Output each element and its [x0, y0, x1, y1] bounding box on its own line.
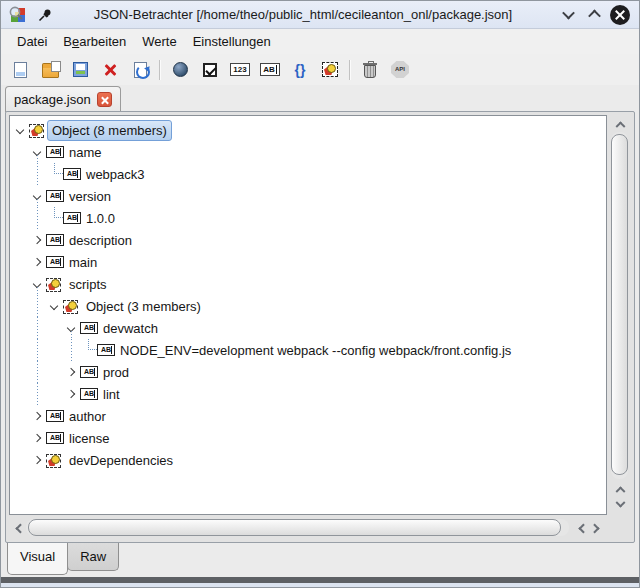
string-icon: AB	[80, 366, 98, 378]
add-string-button[interactable]: AB	[257, 57, 283, 83]
add-member-button[interactable]	[317, 57, 343, 83]
delete-node-button[interactable]	[357, 57, 383, 83]
expand-arrow-icon[interactable]	[33, 412, 41, 420]
tree-row[interactable]: scripts	[10, 273, 606, 295]
collapse-arrow-icon[interactable]	[16, 126, 24, 134]
string-icon: AB	[46, 410, 64, 422]
tree-row[interactable]: ABlicense	[10, 427, 606, 449]
vertical-scrollbar[interactable]	[609, 115, 631, 515]
expand-arrow-icon[interactable]	[33, 456, 41, 464]
close-document-button[interactable]	[97, 57, 123, 83]
number-icon-glyph: 123	[233, 65, 246, 74]
tree-row[interactable]: devDependencies	[10, 449, 606, 471]
tree-node-label[interactable]: devwatch	[98, 318, 163, 339]
save-button[interactable]	[67, 57, 93, 83]
tab-visual[interactable]: Visual	[7, 543, 68, 575]
scroll-down-button[interactable]	[609, 497, 631, 514]
tree-row[interactable]: ABNODE_ENV=development webpack --config …	[10, 339, 606, 361]
tree-guide-line	[37, 199, 38, 207]
collapse-arrow-icon[interactable]	[50, 302, 58, 310]
scroll-left-button[interactable]	[9, 517, 26, 539]
tree-row[interactable]: ABauthor	[10, 405, 606, 427]
tree-row[interactable]: ABmain	[10, 251, 606, 273]
horizontal-scroll-track[interactable]	[26, 519, 569, 536]
tree-node-label[interactable]: license	[64, 428, 114, 449]
menu-item-datei[interactable]: Datei	[9, 31, 55, 52]
tree-guide-line	[37, 295, 38, 317]
string-icon: AB	[80, 388, 98, 400]
object-icon	[46, 454, 61, 468]
tree-node-label[interactable]: name	[64, 142, 107, 163]
tree-node-label[interactable]: author	[64, 406, 111, 427]
menu-item-einstellungen[interactable]: Einstellungen	[185, 31, 279, 52]
tree-node-label[interactable]: 1.0.0	[81, 208, 120, 229]
tree-row[interactable]: AB1.0.0	[10, 207, 606, 229]
tree-node-label[interactable]: devDependencies	[64, 450, 178, 471]
string-icon: AB	[80, 322, 98, 334]
main-panel: Object (8 members)ABnameABwebpack3ABvers…	[5, 111, 635, 543]
add-number-button[interactable]: 123	[227, 57, 253, 83]
tab-close-icon[interactable]	[97, 92, 112, 107]
menu-item-bearbeiten[interactable]: Bearbeiten	[55, 31, 134, 52]
tree-row[interactable]: ABprod	[10, 361, 606, 383]
add-object-button[interactable]: {}	[287, 57, 313, 83]
new-file-icon	[14, 62, 27, 78]
tree-row[interactable]: Object (3 members)	[10, 295, 606, 317]
tab-package-json[interactable]: package.json	[5, 86, 121, 112]
tree-row[interactable]: ABname	[10, 141, 606, 163]
tree-guide-line	[71, 339, 72, 361]
vertical-scroll-thumb[interactable]	[611, 134, 628, 475]
tree-node-label[interactable]: main	[64, 252, 102, 273]
tree-guide-line	[37, 155, 38, 163]
menu-bar: Datei Bearbeiten Werte Einstellungen	[1, 29, 639, 54]
expand-arrow-icon[interactable]	[67, 390, 75, 398]
menu-item-werte[interactable]: Werte	[134, 31, 184, 52]
object-icon	[29, 124, 44, 138]
expand-arrow-icon[interactable]	[33, 236, 41, 244]
tree-node-label[interactable]: description	[64, 230, 137, 251]
tree-node-label[interactable]: Object (3 members)	[81, 296, 206, 317]
api-button[interactable]: API	[387, 57, 413, 83]
tree-row[interactable]: ABwebpack3	[10, 163, 606, 185]
tree-node-label[interactable]: version	[64, 186, 116, 207]
scroll-right-button[interactable]	[589, 517, 606, 539]
tree-branch-line	[88, 339, 97, 350]
tree-node-label[interactable]: NODE_ENV=development webpack --config we…	[115, 340, 516, 361]
tree-row[interactable]: ABversion	[10, 185, 606, 207]
tree-row[interactable]: ABlint	[10, 383, 606, 405]
open-file-button[interactable]	[37, 57, 63, 83]
string-icon: AB	[46, 256, 64, 268]
scroll-up-button-2[interactable]	[609, 480, 631, 497]
tab-raw[interactable]: Raw	[67, 543, 119, 571]
tree-row[interactable]: Object (8 members)	[10, 119, 606, 141]
tree-node-label[interactable]: webpack3	[81, 164, 150, 185]
scroll-up-button[interactable]	[609, 115, 631, 132]
window-bottom-highlight	[1, 583, 639, 588]
expand-arrow-icon[interactable]	[33, 434, 41, 442]
horizontal-scroll-thumb[interactable]	[28, 519, 561, 536]
maximize-button[interactable]	[583, 4, 605, 26]
tree-node-label[interactable]: Object (8 members)	[47, 120, 172, 141]
tree-row[interactable]: ABdescription	[10, 229, 606, 251]
expand-arrow-icon[interactable]	[33, 258, 41, 266]
chevron-up-icon	[615, 121, 625, 131]
scroll-left-button-2[interactable]	[572, 517, 589, 539]
tree-node-label[interactable]: scripts	[64, 274, 112, 295]
string-icon: AB	[46, 234, 64, 246]
close-button[interactable]	[609, 4, 631, 26]
minimize-button[interactable]	[557, 4, 579, 26]
tree-node-label[interactable]: lint	[98, 384, 125, 405]
pin-icon[interactable]	[37, 7, 53, 23]
tree-node-label[interactable]: prod	[98, 362, 134, 383]
expand-arrow-icon[interactable]	[67, 368, 75, 376]
toolbar-separator	[159, 60, 161, 80]
json-tree-view: Object (8 members)ABnameABwebpack3ABvers…	[9, 115, 607, 515]
add-null-button[interactable]	[167, 57, 193, 83]
horizontal-scrollbar[interactable]	[9, 517, 607, 539]
add-boolean-button[interactable]	[197, 57, 223, 83]
close-icon	[610, 5, 630, 25]
tree-row[interactable]: ABdevwatch	[10, 317, 606, 339]
reload-button[interactable]	[127, 57, 153, 83]
vertical-scroll-track[interactable]	[611, 132, 628, 479]
new-file-button[interactable]	[7, 57, 33, 83]
